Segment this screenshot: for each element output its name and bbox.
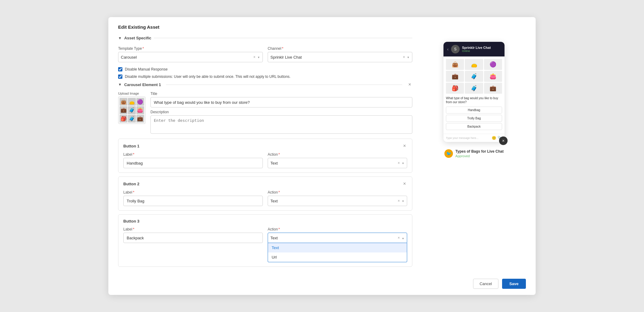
required-star: * [143, 46, 144, 51]
bag-icon-7: 🎒 [120, 115, 127, 122]
preview-bag-8: 🧳 [465, 83, 483, 94]
channel-label: Channel* [268, 46, 412, 51]
button-1-label-input[interactable] [123, 158, 263, 168]
emoji-icon: 🙂 [492, 136, 496, 140]
dropdown-option-text[interactable]: Text [268, 243, 407, 252]
button-1-label-text: Label* [123, 152, 263, 157]
edit-asset-modal: Edit Existing Asset ▼ Asset Specific Tem… [108, 17, 536, 295]
chevron-down-icon[interactable] [257, 56, 260, 59]
chevron-down-icon[interactable] [402, 199, 404, 203]
cancel-button[interactable]: Cancel [473, 279, 498, 289]
remove-button-2[interactable]: × [402, 181, 407, 187]
bag-icon-8: 🧳 [128, 115, 136, 122]
image-placeholder[interactable]: 👜 👝 🟣 💼 🧳 👛 🎒 🧳 💼 [118, 96, 146, 124]
title-input[interactable] [150, 97, 412, 107]
button-1-header: Button 1 × [123, 143, 407, 149]
disable-multiple-checkbox[interactable] [118, 74, 122, 79]
button-3-row: Label* Action* Text × [123, 227, 407, 262]
description-input[interactable] [150, 115, 412, 134]
button-1-action-value: Text [270, 161, 398, 165]
clear-button-3-action[interactable]: × [398, 236, 400, 240]
chevron-up-icon[interactable] [402, 236, 404, 240]
save-button[interactable]: Save [502, 279, 526, 289]
chat-input-placeholder: Type your message here... [446, 136, 490, 140]
disable-manual-row: Disable Manual Response [118, 67, 412, 71]
preview-bag-3: 🟣 [484, 59, 502, 70]
chat-avatar: S [451, 45, 460, 53]
collapse-arrow-icon[interactable]: ▼ [118, 36, 122, 40]
left-panel: ▼ Asset Specific Template Type* Carousel… [118, 36, 412, 270]
chevron-down-icon[interactable] [407, 56, 410, 59]
clear-channel-icon[interactable]: × [403, 55, 405, 59]
required-star: * [282, 46, 284, 51]
button-2-action-group: Action* Text × [268, 190, 407, 206]
asset-specific-label: Asset Specific [124, 36, 151, 40]
button-2-label-input[interactable] [123, 196, 263, 206]
upload-image-box: Upload Image 👜 👝 🟣 💼 🧳 👛 🎒 🧳 💼 [118, 92, 146, 134]
asset-text-info: Types of Bags for Live Chat Approved [455, 149, 504, 158]
button-3-action-text: Action* [268, 227, 407, 231]
chat-btn-3[interactable]: Backpack [446, 123, 502, 130]
button-1-action-select[interactable]: Text × [268, 158, 407, 168]
button-2-label-text: Label* [123, 190, 263, 194]
bag-icon-4: 💼 [120, 106, 127, 114]
dropdown-option-url[interactable]: Url [268, 252, 407, 262]
button-3-label-input[interactable] [123, 233, 263, 243]
preview-bag-6: 👛 [484, 71, 502, 82]
chevron-down-icon[interactable] [402, 161, 404, 165]
disable-manual-checkbox[interactable] [118, 67, 122, 71]
upload-label: Upload Image [118, 92, 146, 95]
button-2-title: Button 2 [123, 182, 139, 186]
button-3-section: Button 3 Label* Action* [118, 214, 412, 267]
preview-bag-9: 💼 [484, 83, 502, 94]
template-type-select[interactable]: Carousel × [118, 52, 263, 62]
disable-multiple-label: Disable multiple submissions: User will … [125, 74, 291, 79]
chat-btn-2[interactable]: Trolly Bag [446, 115, 502, 122]
clear-button-2-action[interactable]: × [398, 199, 400, 203]
button-1-row: Label* Action* Text × [123, 152, 407, 168]
button-3-action-select[interactable]: Text × [268, 233, 407, 243]
channel-select[interactable]: Sprinklr Live Chat × [268, 52, 412, 62]
template-type-label: Template Type* [118, 46, 263, 51]
asset-type-icon: 🐦 [444, 149, 453, 158]
chat-header: ‹ S Sprinklr Live Chat Online [443, 42, 505, 56]
button-3-action-value: Text [270, 236, 398, 240]
preview-bag-1: 👜 [446, 59, 464, 70]
chat-preview-window: ‹ S Sprinklr Live Chat Online 👜 👝 🟣 💼 [443, 42, 505, 142]
chat-preview-wrapper: ‹ S Sprinklr Live Chat Online 👜 👝 🟣 💼 [443, 42, 505, 142]
remove-button-1[interactable]: × [402, 143, 407, 149]
close-preview-button[interactable]: × [499, 136, 508, 145]
right-panel: ‹ S Sprinklr Live Chat Online 👜 👝 🟣 💼 [422, 36, 526, 270]
button-2-action-value: Text [270, 199, 398, 203]
description-group: Description [150, 110, 412, 134]
chat-btn-1[interactable]: Handbag [446, 107, 502, 114]
bag-icon-2: 👝 [128, 98, 136, 106]
button-2-header: Button 2 × [123, 181, 407, 187]
bag-icon-9: 💼 [136, 115, 144, 122]
clear-template-icon[interactable]: × [253, 55, 255, 59]
carousel-element-title: Carousel Element 1 [124, 82, 161, 87]
button-2-action-select[interactable]: Text × [268, 196, 407, 206]
preview-bag-2: 👝 [465, 59, 483, 70]
preview-bag-4: 💼 [446, 71, 464, 82]
back-icon: ‹ [447, 47, 449, 52]
button-1-section: Button 1 × Label* Action* [118, 139, 412, 173]
template-type-group: Template Type* Carousel × [118, 46, 263, 62]
carousel-element-header: ▼ Carousel Element 1 × [118, 82, 412, 87]
button-3-header: Button 3 [123, 219, 407, 223]
chat-question-text: What type of bag would you like to buy f… [446, 96, 502, 104]
carousel-content: Upload Image 👜 👝 🟣 💼 🧳 👛 🎒 🧳 💼 [118, 92, 412, 134]
disable-manual-label: Disable Manual Response [125, 67, 168, 71]
modal-footer: Cancel Save [473, 279, 526, 289]
carousel-element-1: ▼ Carousel Element 1 × Upload Image 👜 👝 … [118, 82, 412, 134]
remove-carousel-button[interactable]: × [407, 82, 412, 87]
button-2-action-text: Action* [268, 190, 407, 194]
carousel-collapse-arrow[interactable]: ▼ [118, 82, 122, 87]
button-1-title: Button 1 [123, 144, 139, 148]
channel-group: Channel* Sprinklr Live Chat × [268, 46, 412, 62]
asset-specific-section: ▼ Asset Specific [118, 36, 412, 40]
button-3-dropdown-wrapper: Text × Text Url [268, 233, 407, 262]
asset-status: Approved [455, 154, 504, 158]
button-2-row: Label* Action* Text × [123, 190, 407, 206]
clear-button-1-action[interactable]: × [398, 161, 400, 165]
